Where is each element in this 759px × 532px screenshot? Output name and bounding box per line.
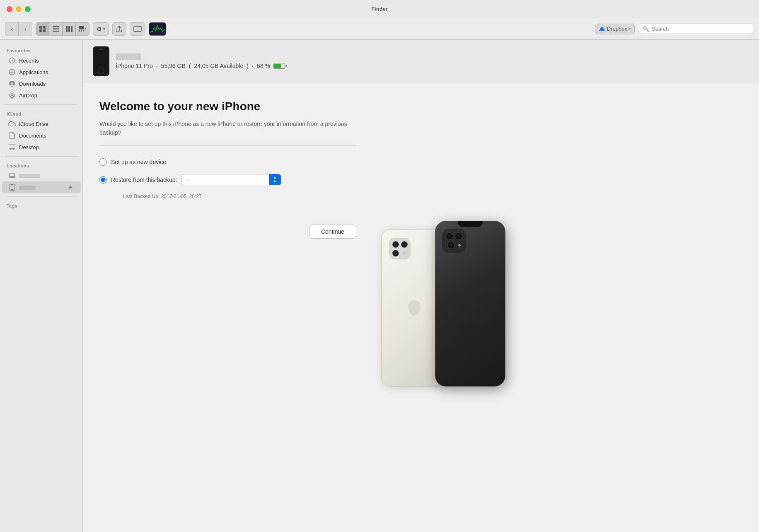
dropbox-button[interactable]: Dropbox ▾ — [595, 24, 635, 34]
recents-label: Recents — [19, 58, 74, 64]
share-button[interactable] — [112, 22, 126, 36]
search-input[interactable] — [652, 26, 749, 32]
documents-label: Documents — [19, 133, 74, 139]
sidebar-item-recents[interactable]: Recents — [2, 55, 81, 66]
camera-lens-1 — [392, 241, 399, 248]
airdrop-icon — [8, 92, 16, 99]
svg-rect-13 — [83, 30, 84, 31]
device-model: iPhone 11 Pro — [116, 63, 153, 69]
svg-rect-4 — [53, 26, 59, 27]
search-icon: 🔍 — [643, 26, 649, 32]
sidebar-item-macbook[interactable] — [2, 170, 81, 181]
camera-module-dark — [442, 229, 466, 253]
search-bar[interactable]: 🔍 — [638, 24, 754, 34]
radio-new-device[interactable] — [99, 158, 107, 166]
close-button[interactable] — [7, 6, 12, 12]
dropbox-label: Dropbox — [607, 26, 627, 32]
main-container: Favourites Recents Applications — [0, 40, 759, 532]
battery-indicator — [273, 63, 285, 69]
forward-button[interactable]: › — [19, 22, 32, 36]
sidebar-item-applications[interactable]: Applications — [2, 66, 81, 78]
camera-lens-dark-1 — [446, 232, 453, 240]
camera-lens-3 — [392, 250, 399, 256]
device-header: iPhone 11 Pro · 55,96 GB ( 24,05 GB Avai… — [83, 40, 759, 83]
action-button[interactable]: ⚙ ▾ — [93, 22, 109, 36]
phone-icon — [8, 184, 16, 191]
notch — [458, 221, 483, 227]
svg-marker-37 — [68, 185, 73, 188]
camera-lens-2 — [401, 241, 408, 248]
column-view-button[interactable] — [63, 23, 76, 35]
restore-left-panel: Welcome to your new iPhone Would you lik… — [99, 100, 356, 515]
phones-image — [381, 221, 505, 395]
separator-2: · — [252, 63, 254, 69]
option-restore: Restore from this backup: ·. ▲ ▼ — [99, 174, 356, 185]
window-controls — [7, 6, 31, 12]
camera-row-1 — [446, 232, 462, 240]
sidebar-item-downloads[interactable]: Downloads — [2, 78, 81, 89]
svg-rect-8 — [68, 26, 70, 32]
sidebar-item-iphone[interactable] — [2, 181, 81, 193]
svg-point-33 — [12, 177, 12, 178]
svg-rect-6 — [53, 31, 59, 32]
toolbar: ‹ › — [0, 18, 759, 40]
backup-select[interactable]: ·. — [181, 174, 281, 185]
device-icon — [93, 46, 109, 76]
svg-rect-0 — [39, 26, 42, 29]
svg-rect-28 — [9, 144, 15, 148]
applications-label: Applications — [19, 69, 74, 75]
icloud-header: iCloud — [0, 108, 82, 118]
battery-body — [273, 63, 285, 69]
svg-rect-5 — [53, 28, 59, 29]
battery-fill — [274, 64, 281, 68]
sidebar-item-desktop[interactable]: Desktop — [2, 141, 81, 153]
content-area: iPhone 11 Pro · 55,96 GB ( 24,05 GB Avai… — [83, 40, 759, 532]
flash-dot-dark — [458, 244, 461, 247]
restore-title: Welcome to your new iPhone — [99, 100, 356, 113]
gear-icon: ⚙ — [97, 26, 102, 32]
select-arrows[interactable]: ▲ ▼ — [269, 174, 281, 185]
maximize-button[interactable] — [25, 6, 31, 12]
radio-restore-label[interactable]: Restore from this backup: — [111, 177, 177, 183]
desktop-label: Desktop — [19, 144, 74, 150]
downloads-label: Downloads — [19, 81, 74, 87]
device-storage: 55,96 GB — [161, 63, 186, 69]
recents-icon — [8, 57, 16, 64]
camera-lens-dark-3 — [447, 242, 455, 249]
device-info: iPhone 11 Pro · 55,96 GB ( 24,05 GB Avai… — [116, 53, 285, 69]
svg-rect-15 — [134, 27, 141, 31]
storage-available: ( — [189, 63, 191, 69]
svg-rect-10 — [79, 26, 84, 29]
camera-module-white — [389, 238, 411, 259]
eject-icon[interactable] — [67, 184, 74, 191]
applications-icon — [8, 68, 16, 76]
activity-monitor-button[interactable] — [149, 22, 166, 36]
svg-point-27 — [12, 97, 13, 99]
divider-2 — [5, 156, 77, 157]
sidebar-item-documents[interactable]: Documents — [2, 130, 81, 141]
phones-illustration — [373, 100, 514, 515]
radio-restore[interactable] — [99, 176, 107, 184]
sidebar-item-airdrop[interactable]: AirDrop — [2, 89, 81, 101]
svg-rect-32 — [10, 173, 15, 177]
icon-view-button[interactable] — [36, 23, 49, 35]
back-button[interactable]: ‹ — [5, 22, 19, 36]
minimize-button[interactable] — [16, 6, 22, 12]
last-backup-text: Last Backed Up: 2017-01-05, 20:27 — [111, 193, 214, 199]
tag-button[interactable] — [130, 22, 145, 36]
iphone-sidebar-label — [19, 184, 63, 191]
gallery-view-button[interactable]: ▾ — [76, 23, 89, 35]
radio-new-label[interactable]: Set up as new device — [111, 159, 166, 165]
svg-rect-38 — [68, 189, 73, 190]
downloads-icon — [8, 80, 16, 87]
icloud-drive-label: iCloud Drive — [19, 121, 74, 127]
separator-1: · — [156, 63, 158, 69]
camera-row-2 — [447, 242, 461, 249]
tags-header: Tags — [0, 200, 82, 210]
sidebar-item-icloud-drive[interactable]: iCloud Drive — [2, 118, 81, 130]
continue-button[interactable]: Continue — [309, 225, 356, 239]
desktop-icon — [8, 143, 16, 151]
camera-lens-dark-2 — [455, 232, 462, 240]
svg-rect-3 — [43, 29, 46, 32]
list-view-button[interactable] — [49, 23, 63, 35]
